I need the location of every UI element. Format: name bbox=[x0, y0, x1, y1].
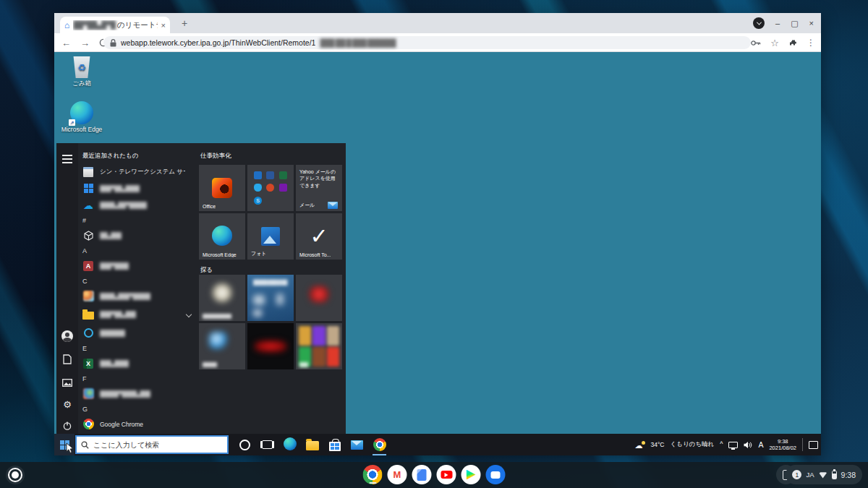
documents-button[interactable] bbox=[61, 353, 74, 366]
file-explorer-icon bbox=[306, 441, 319, 450]
browser-tab[interactable]: ⌂ ██▀██▄█▀█ のリモートデ × bbox=[60, 17, 170, 33]
start-app-item[interactable]: ███▀██▄████ bbox=[80, 180, 198, 197]
installer-icon bbox=[83, 167, 93, 177]
wifi-icon bbox=[819, 471, 827, 479]
pictures-button[interactable] bbox=[61, 376, 74, 389]
tile-explore-5[interactable] bbox=[247, 323, 294, 369]
taskbar-clock[interactable]: 9:38 2021/08/02 bbox=[769, 438, 796, 452]
url-redacted-text: ███ ██ █ ███ ██████ bbox=[320, 38, 395, 47]
status-area[interactable]: 1 JA 9:38 bbox=[786, 465, 862, 484]
start-app-item[interactable]: █████▀████▄███ bbox=[80, 385, 198, 402]
volume-icon[interactable] bbox=[744, 441, 752, 449]
user-account-button[interactable] bbox=[61, 330, 74, 343]
search-input[interactable] bbox=[93, 441, 227, 449]
start-app-item[interactable]: ███▄████ bbox=[80, 355, 198, 372]
weather-icon[interactable]: ☁ bbox=[635, 441, 645, 448]
tile-explore-1[interactable]: ██████████ bbox=[199, 275, 245, 321]
mail-button[interactable] bbox=[346, 434, 368, 455]
start-menu: ⚙ 最近追加されたもの シン・テレワークシステム サーバー のアンインス... … bbox=[56, 143, 346, 434]
extension-icon[interactable] bbox=[788, 38, 797, 47]
shelf-chrome-button[interactable] bbox=[363, 465, 383, 484]
tile-explore-6[interactable]: ███ bbox=[296, 323, 342, 369]
access-icon bbox=[83, 261, 93, 271]
address-bar[interactable]: webapp.telework.cyber.ipa.go.jp/ThinWebC… bbox=[103, 36, 751, 49]
hamburger-menu-icon[interactable] bbox=[62, 155, 72, 166]
edge-taskbar-button[interactable] bbox=[278, 434, 301, 455]
task-view-icon bbox=[262, 440, 273, 449]
tab-strip: ⌂ ██▀██▄█▀█ のリモートデ × + – ▢ × bbox=[54, 13, 821, 33]
file-explorer-button[interactable] bbox=[301, 434, 323, 455]
maximize-button[interactable]: ▢ bbox=[791, 19, 798, 28]
ime-indicator[interactable]: A bbox=[758, 440, 763, 449]
task-view-button[interactable] bbox=[256, 434, 278, 455]
shelf-gmail-button[interactable]: M bbox=[388, 465, 407, 484]
chrome-icon bbox=[83, 419, 94, 429]
shelf-messages-button[interactable] bbox=[486, 465, 506, 484]
tile-office[interactable]: Office bbox=[199, 165, 245, 211]
tile-edge[interactable]: Microsoft Edge bbox=[199, 213, 245, 260]
start-tiles: 仕事効率化 Office S bbox=[199, 143, 346, 434]
letter-header[interactable]: E bbox=[80, 341, 198, 355]
settings-gear-icon[interactable]: ⚙ bbox=[61, 398, 74, 411]
chrome-icon bbox=[363, 465, 383, 484]
new-tab-button[interactable]: + bbox=[179, 17, 190, 29]
power-button[interactable] bbox=[61, 419, 74, 432]
letter-header[interactable]: # bbox=[80, 213, 198, 227]
start-folder-item[interactable]: ███▀██▄███ bbox=[80, 304, 198, 325]
start-app-item[interactable]: ██▄███ bbox=[80, 227, 198, 244]
display-tray-icon[interactable] bbox=[728, 442, 738, 448]
launcher-button[interactable] bbox=[12, 471, 19, 479]
start-app-item[interactable]: ████▄███▀█████ bbox=[80, 288, 198, 304]
action-center-icon[interactable] bbox=[809, 441, 818, 449]
excel-icon bbox=[83, 359, 93, 369]
start-app-item[interactable]: Google Chrome bbox=[80, 416, 198, 432]
letter-header[interactable]: C bbox=[80, 274, 198, 288]
start-app-item[interactable]: シン・テレワークシステム サーバー のアンインス... bbox=[80, 163, 198, 180]
back-button[interactable]: ← bbox=[61, 38, 71, 48]
taskbar-search-box[interactable] bbox=[75, 435, 229, 454]
tab-search-icon[interactable] bbox=[753, 17, 765, 29]
store-icon bbox=[329, 442, 341, 451]
bookmark-star-icon[interactable]: ☆ bbox=[770, 38, 779, 48]
hidden-icons-chevron[interactable]: ^ bbox=[720, 440, 723, 448]
weather-desc[interactable]: くもりのち晴れ bbox=[671, 440, 715, 449]
mail-icon bbox=[351, 440, 363, 450]
desktop-icon-recycle-bin[interactable]: ♻ ごみ箱 bbox=[60, 56, 103, 88]
shelf-play-store-button[interactable] bbox=[461, 465, 481, 484]
cortana-button[interactable] bbox=[234, 434, 256, 455]
letter-header[interactable]: G bbox=[80, 402, 198, 416]
password-key-icon[interactable] bbox=[751, 40, 761, 46]
desktop-icon-edge[interactable]: ↗ Microsoft Edge bbox=[60, 101, 103, 133]
chrome-taskbar-button[interactable] bbox=[368, 434, 391, 455]
tile-mail[interactable]: Yahoo メールのアドレスを使用できます メール bbox=[296, 165, 342, 211]
minimize-button[interactable]: – bbox=[775, 19, 780, 27]
close-button[interactable]: × bbox=[809, 19, 814, 27]
expand-chevron-icon[interactable] bbox=[186, 312, 192, 317]
tile-microsoft365[interactable]: S bbox=[247, 165, 294, 211]
tab-close-icon[interactable]: × bbox=[161, 21, 166, 30]
shortcut-arrow-icon: ↗ bbox=[69, 119, 75, 126]
mouse-cursor bbox=[66, 442, 76, 454]
tile-group-header: 仕事効率化 bbox=[200, 152, 231, 160]
browser-menu-icon[interactable]: ⋮ bbox=[807, 38, 815, 48]
tile-photos[interactable]: フォト bbox=[247, 213, 294, 260]
search-icon bbox=[81, 441, 89, 449]
start-app-item[interactable]: ███▀████ bbox=[80, 257, 198, 274]
tray-separator bbox=[802, 438, 803, 451]
shelf-youtube-button[interactable] bbox=[437, 465, 456, 484]
forward-button[interactable]: → bbox=[80, 38, 90, 48]
tile-explore-3[interactable] bbox=[296, 275, 342, 321]
remote-desktop-view[interactable]: ♻ ごみ箱 ↗ Microsoft Edge ⚙ bbox=[54, 52, 821, 455]
tile-explore-4[interactable]: █████ bbox=[199, 323, 245, 369]
blurred-content bbox=[276, 294, 284, 305]
letter-header[interactable]: A bbox=[80, 244, 198, 257]
start-app-item[interactable]: ☁████▄██▀█████ bbox=[80, 197, 198, 213]
tile-explore-2[interactable]: █████ ███ █ ██ bbox=[247, 275, 294, 321]
weather-temp[interactable]: 34°C bbox=[651, 441, 665, 448]
tile-todo[interactable]: ✓ Microsoft To... bbox=[296, 213, 342, 260]
letter-header[interactable]: F bbox=[80, 372, 198, 385]
shelf-clock: 9:38 bbox=[841, 471, 856, 479]
shelf-docs-button[interactable] bbox=[412, 465, 432, 484]
start-app-item[interactable]: ███████ bbox=[80, 325, 198, 341]
store-button[interactable] bbox=[323, 434, 346, 455]
